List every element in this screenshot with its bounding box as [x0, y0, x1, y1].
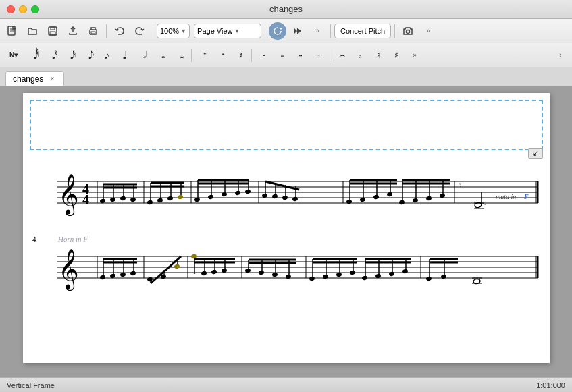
- voice-selector[interactable]: N▾: [3, 46, 24, 65]
- note-half[interactable]: 𝅗𝅥: [134, 46, 152, 65]
- svg-line-117: [151, 256, 181, 283]
- upload-button[interactable]: [63, 22, 82, 40]
- svg-text:𝄞: 𝄞: [58, 174, 79, 217]
- close-button[interactable]: [7, 5, 15, 13]
- note-sep3: [330, 49, 330, 62]
- svg-point-29: [120, 196, 126, 201]
- camera-button[interactable]: [398, 22, 417, 40]
- staff-system-2: 4 Horn in F 𝄞: [23, 225, 550, 310]
- main-content: ↙ 𝄞 4 4: [0, 86, 572, 377]
- staff-system-1: 𝄞 4 4: [23, 150, 550, 225]
- dot1[interactable]: ·: [255, 46, 272, 65]
- zoom-level: 100%: [160, 27, 179, 35]
- svg-point-82: [398, 200, 405, 205]
- svg-marker-8: [280, 28, 282, 30]
- status-right: 1:01:000: [536, 381, 565, 389]
- more-playback-button[interactable]: »: [308, 22, 327, 40]
- svg-point-38: [147, 200, 153, 205]
- maximize-button[interactable]: [31, 5, 39, 13]
- svg-point-64: [292, 196, 298, 202]
- svg-point-84: [425, 196, 432, 201]
- svg-point-172: [425, 276, 432, 281]
- note-whole[interactable]: 𝅝: [153, 46, 170, 65]
- open-button[interactable]: [23, 22, 42, 40]
- svg-point-83: [412, 198, 418, 203]
- more-toolbar-button[interactable]: »: [419, 22, 438, 40]
- svg-text:Horn in F: Horn in F: [57, 235, 88, 243]
- redo-button[interactable]: [130, 22, 149, 40]
- view-mode-select[interactable]: Page View ▼: [194, 24, 261, 38]
- loop-playback-button[interactable]: [269, 22, 286, 40]
- svg-point-154: [322, 274, 328, 279]
- note-quarter[interactable]: ♩: [116, 46, 134, 65]
- svg-point-133: [211, 269, 217, 275]
- note-64th[interactable]: 𝅘𝅥𝅰: [43, 46, 61, 65]
- zoom-select[interactable]: 100% ▼: [157, 24, 190, 38]
- note-double-whole[interactable]: 𝅜: [171, 46, 188, 65]
- svg-text:·: ·: [484, 202, 486, 208]
- svg-point-72: [346, 199, 352, 204]
- separator1: [106, 24, 107, 38]
- traffic-lights[interactable]: [7, 5, 39, 13]
- accidental-button[interactable]: ♭: [351, 46, 369, 65]
- zoom-arrow: ▼: [180, 28, 186, 34]
- note-32nd[interactable]: 𝅘𝅥𝅯: [61, 46, 79, 65]
- save-button[interactable]: [43, 22, 62, 40]
- svg-text:4: 4: [32, 235, 36, 243]
- svg-point-156: [349, 270, 355, 275]
- concert-pitch-button[interactable]: Concert Pitch: [334, 24, 391, 38]
- natural-button[interactable]: ♮: [369, 46, 387, 65]
- more-notation-button[interactable]: »: [406, 46, 423, 65]
- rest-3[interactable]: 𝄽: [231, 46, 249, 65]
- note-128th[interactable]: 𝅘𝅥𝅱: [25, 46, 43, 65]
- sharp-button[interactable]: ♯: [388, 46, 405, 65]
- vertical-frame[interactable]: ↙: [30, 100, 543, 150]
- svg-point-173: [440, 274, 446, 279]
- svg-point-74: [373, 194, 379, 200]
- separator5: [394, 24, 395, 38]
- note-sep1: [191, 49, 192, 62]
- svg-point-53: [234, 190, 240, 196]
- concert-pitch-label: Concert Pitch: [340, 27, 385, 35]
- view-mode-label: Page View: [197, 27, 232, 35]
- toolbar1: 100% ▼ Page View ▼ » Concert Pitch »: [0, 19, 572, 43]
- svg-point-115: [130, 271, 136, 276]
- svg-point-166: [402, 269, 408, 274]
- view-arrow: ▼: [234, 28, 240, 34]
- minimize-button[interactable]: [19, 5, 27, 13]
- note-8th[interactable]: ♪: [98, 46, 115, 65]
- new-button[interactable]: [3, 22, 22, 40]
- slur-button[interactable]: ⌢: [333, 46, 350, 65]
- rest-1[interactable]: 𝄻: [194, 46, 212, 65]
- svg-text:4: 4: [82, 192, 89, 207]
- staff-svg-1: 𝄞 4 4: [32, 156, 540, 223]
- svg-point-11: [407, 30, 410, 33]
- svg-point-143: [258, 270, 264, 275]
- tab-changes[interactable]: changes ×: [5, 71, 64, 86]
- separator2: [153, 24, 153, 38]
- svg-text:muta in: muta in: [496, 193, 516, 200]
- svg-marker-10: [297, 28, 301, 34]
- print-button[interactable]: [84, 22, 103, 40]
- note-16th[interactable]: 𝅘𝅥𝅮: [80, 46, 97, 65]
- svg-point-51: [207, 194, 213, 200]
- svg-point-163: [361, 275, 367, 281]
- status-left: Vertical Frame: [7, 381, 55, 389]
- svg-point-145: [285, 274, 291, 279]
- svg-point-112: [99, 275, 105, 280]
- dot3[interactable]: ···: [291, 46, 309, 65]
- notation-expand[interactable]: ›: [552, 46, 569, 65]
- svg-text:𝄾: 𝄾: [459, 183, 462, 187]
- svg-point-123: [174, 264, 180, 269]
- rest-2[interactable]: 𝄼: [213, 46, 230, 65]
- dot4[interactable]: ····: [309, 46, 327, 65]
- skip-back-button[interactable]: [288, 22, 307, 40]
- separator4: [330, 24, 331, 38]
- svg-rect-7: [91, 32, 95, 34]
- tab-bar: changes ×: [0, 67, 572, 86]
- undo-button[interactable]: [110, 22, 129, 40]
- tab-close-button[interactable]: ×: [47, 74, 57, 84]
- svg-point-63: [282, 195, 288, 200]
- dot2[interactable]: ··: [273, 46, 290, 65]
- svg-point-40: [167, 196, 173, 201]
